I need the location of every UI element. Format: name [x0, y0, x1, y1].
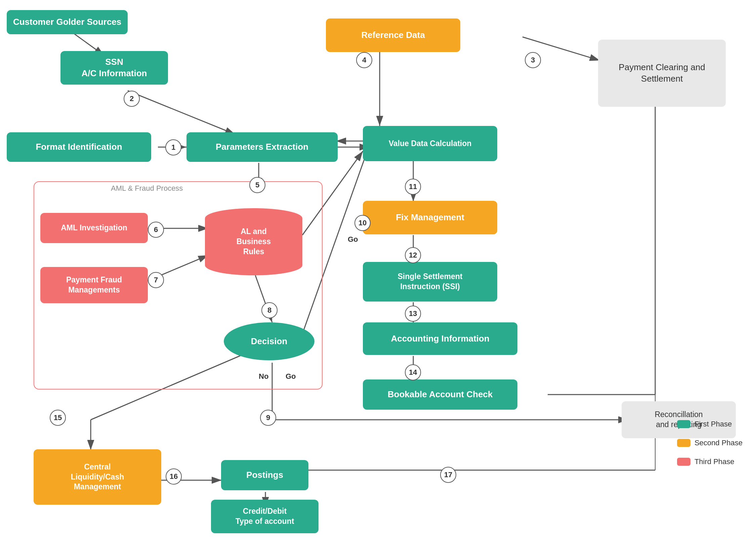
svg-line-3 [128, 91, 235, 134]
badge-16: 16 [166, 468, 182, 485]
postings-node: Postings [221, 460, 308, 490]
badge-3: 3 [525, 52, 541, 68]
go-label: Go [286, 372, 296, 381]
badge-8: 8 [261, 302, 278, 318]
ssn-node: SSNA/C Information [60, 51, 168, 85]
payment-clearing-node: Payment Clearing and Settlement [598, 40, 726, 107]
al-business-label: AL andBusinessRules [233, 224, 275, 260]
ssi-node: Single SettlementInstruction (SSI) [363, 262, 497, 302]
legend-second-label: Second Phase [695, 439, 743, 447]
go-right-label: Go [348, 235, 358, 244]
badge-2: 2 [124, 91, 140, 107]
legend: First Phase Second Phase Third Phase [677, 420, 743, 466]
legend-third-phase: Third Phase [677, 457, 743, 466]
reference-data-node: Reference Data [326, 18, 460, 52]
al-business-node: AL andBusinessRules [205, 208, 302, 275]
legend-third-label: Third Phase [695, 457, 734, 466]
aml-process-label: AML & Fraud Process [111, 184, 183, 193]
badge-13: 13 [405, 306, 421, 322]
decision-label: Decision [246, 332, 293, 351]
format-id-label: Format Identification [30, 138, 127, 156]
ssn-label: SSNA/C Information [76, 53, 153, 83]
badge-12: 12 [405, 247, 421, 263]
payment-clearing-label: Payment Clearing and Settlement [598, 58, 726, 88]
params-extract-node: Parameters Extraction [186, 132, 338, 162]
payment-fraud-label: Payment FraudManagements [62, 272, 126, 298]
legend-first-label: First Phase [695, 420, 732, 428]
legend-first-color [677, 420, 690, 428]
accounting-info-label: Accounting Information [385, 330, 495, 348]
payment-fraud-node: Payment FraudManagements [40, 267, 148, 303]
aml-investigation-node: AML Investigation [40, 213, 148, 243]
badge-1: 1 [165, 139, 181, 155]
badge-7: 7 [148, 272, 164, 288]
reference-data-label: Reference Data [356, 26, 430, 44]
badge-5: 5 [249, 177, 265, 193]
badge-9: 9 [260, 410, 276, 426]
credit-debit-node: Credit/DebitType of account [211, 500, 319, 533]
customer-golden-sources-label: Customer Golder Sources [8, 13, 127, 31]
badge-6: 6 [148, 222, 164, 238]
aml-investigation-label: AML Investigation [57, 220, 131, 236]
bookable-check-node: Bookable Account Check [363, 379, 517, 410]
badge-11: 11 [405, 179, 421, 195]
legend-first-phase: First Phase [677, 420, 743, 428]
ssi-label: Single SettlementInstruction (SSI) [394, 269, 467, 295]
postings-label: Postings [241, 466, 289, 484]
badge-17: 17 [440, 467, 456, 483]
credit-debit-label: Credit/DebitType of account [232, 504, 298, 529]
central-liquidity-label: CentralLiquidity/CashManagement [67, 459, 128, 495]
customer-golden-sources-node: Customer Golder Sources [7, 10, 128, 34]
value-data-label: Value Data Calculation [385, 136, 476, 151]
accounting-info-node: Accounting Information [363, 322, 517, 355]
central-liquidity-node: CentralLiquidity/CashManagement [34, 449, 161, 505]
badge-10: 10 [354, 215, 371, 231]
no-label: No [259, 372, 268, 381]
diagram-container: Customer Golder Sources SSNA/C Informati… [0, 0, 756, 543]
badge-4: 4 [356, 52, 372, 68]
value-data-node: Value Data Calculation [363, 126, 497, 161]
legend-third-color [677, 458, 690, 466]
decision-node: Decision [224, 322, 314, 360]
params-extract-label: Parameters Extraction [210, 138, 314, 156]
fix-management-label: Fix Management [390, 209, 470, 227]
badge-15: 15 [50, 410, 66, 426]
fix-management-node: Fix Management [363, 201, 497, 234]
badge-14: 14 [405, 364, 421, 380]
format-id-node: Format Identification [7, 132, 151, 162]
legend-second-phase: Second Phase [677, 439, 743, 447]
bookable-check-label: Bookable Account Check [382, 386, 498, 404]
legend-second-color [677, 439, 690, 447]
